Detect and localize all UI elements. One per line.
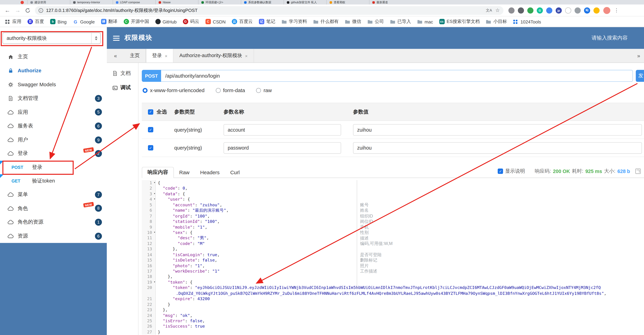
extension-icon[interactable]: 站 [584, 7, 590, 14]
content-tab[interactable]: 主页 [124, 49, 146, 62]
row-checkbox[interactable]: ✓ [148, 127, 153, 132]
line-number[interactable]: 21 [142, 296, 156, 302]
line-number[interactable]: 27 [142, 329, 156, 335]
nav-item-文档[interactable]: 文档 [107, 66, 138, 80]
fold-arrow-icon[interactable]: ▾ [154, 230, 155, 235]
browser-tab[interactable]: 建议使用 [27, 0, 70, 4]
fold-arrow-icon[interactable]: ▾ [154, 280, 155, 285]
bookmark-item[interactable]: 公司 [367, 18, 384, 25]
close-tab-icon[interactable]: × [165, 53, 168, 58]
extension-icon[interactable] [527, 7, 534, 14]
bookmark-item[interactable]: 学习资料 [282, 18, 307, 25]
fold-arrow-icon[interactable]: ▾ [154, 197, 155, 202]
line-number[interactable]: 2 [142, 186, 156, 191]
extension-icon[interactable] [574, 7, 581, 14]
browser-menu-icon[interactable]: ⋮ [614, 8, 619, 13]
site-info-icon[interactable]: i [39, 8, 43, 12]
line-number[interactable] [142, 290, 156, 296]
extension-icon[interactable] [546, 7, 552, 14]
bookmark-item[interactable]: bBing [50, 19, 66, 24]
fold-arrow-icon[interactable]: ▾ [154, 180, 155, 186]
module-select[interactable]: authority-权限模块 [2, 32, 101, 44]
extension-icon[interactable] [565, 7, 571, 14]
line-number[interactable]: 6 [142, 208, 156, 213]
line-number[interactable]: 22 [142, 302, 156, 307]
browser-tab[interactable]: LDAP compose [112, 0, 156, 4]
row-checkbox[interactable]: ✓ [148, 145, 153, 150]
line-number[interactable]: 14 [142, 252, 156, 257]
line-number[interactable]: 23 [142, 307, 156, 312]
browser-tab[interactable]: 查看期权 [326, 0, 369, 4]
nav-item-调试[interactable]: 调试 [107, 80, 138, 95]
line-number[interactable]: 12 [142, 241, 156, 246]
sidebar-item-文档管理[interactable]: 文档管理3 [0, 92, 107, 106]
line-number[interactable]: 7 [142, 213, 156, 219]
bookmark-item[interactable]: 百百度 [28, 18, 44, 25]
back-button[interactable]: ← [4, 8, 10, 13]
line-number[interactable]: 5 [142, 202, 156, 208]
send-button[interactable]: 发 [636, 70, 644, 82]
sidebar-item-资源[interactable]: 资源6 [0, 229, 107, 243]
line-number[interactable]: 11 [142, 235, 156, 241]
bookmark-star-icon[interactable]: ☆ [495, 8, 500, 13]
response-tab-Curl[interactable]: Curl [225, 167, 245, 178]
line-number[interactable]: 25 [142, 318, 156, 324]
sidebar-item-角色的资源[interactable]: 角色的资源1 [0, 215, 107, 229]
bookmark-item[interactable]: 应用 [5, 18, 22, 25]
bookmark-item[interactable]: CCSDN [206, 19, 226, 24]
bookmark-item[interactable]: 微信 [345, 18, 361, 25]
browser-tab[interactable]: temporary-Interior [70, 0, 112, 4]
translate-icon[interactable]: 文A [486, 8, 492, 13]
line-number[interactable]: 13 [142, 246, 156, 252]
body-type-option[interactable]: x-www-form-urlencoded [143, 88, 204, 93]
response-tab-响应内容[interactable]: 响应内容 [142, 167, 174, 178]
sidebar-item-服务表[interactable]: 服务表6 [0, 119, 107, 133]
sidebar-api-post-登录[interactable]: POST登录 [0, 160, 107, 174]
bookmark-item[interactable]: 小目标 [486, 18, 507, 25]
bookmark-item[interactable]: 已导入 [390, 18, 411, 25]
sidebar-item-应用[interactable]: 应用5 [0, 106, 107, 119]
sidebar-item-主页[interactable]: 主页 [0, 50, 107, 64]
param-value-input[interactable]: zuihou [353, 124, 642, 136]
param-value-input[interactable]: zuihou [353, 142, 642, 154]
line-number[interactable]: 10▾ [142, 230, 156, 235]
tabs-scroll-right-icon[interactable]: » [633, 49, 644, 62]
bookmark-item[interactable]: C开源中国 [124, 18, 149, 25]
profile-avatar[interactable] [603, 7, 610, 14]
param-name-input[interactable]: password [224, 142, 341, 154]
line-number[interactable]: 18 [142, 274, 156, 280]
line-number[interactable]: 4▾ [142, 197, 156, 202]
content-tab[interactable]: Authorize-authority-权限模块× [174, 49, 254, 62]
expand-icon[interactable] [636, 168, 641, 174]
response-tab-Raw[interactable]: Raw [174, 167, 195, 178]
forward-button[interactable]: → [15, 8, 20, 13]
response-tab-Headers[interactable]: Headers [195, 167, 225, 178]
fold-arrow-icon[interactable]: ▾ [154, 191, 155, 197]
bookmark-item[interactable]: 记笔记 [259, 18, 275, 25]
sidebar-item-用户[interactable]: 用户9 [0, 133, 107, 147]
radio-form-data[interactable] [216, 88, 220, 93]
reload-button[interactable] [25, 8, 30, 13]
radio-raw[interactable] [256, 88, 261, 93]
bookmark-item[interactable]: 云百度云 [232, 18, 253, 25]
browser-tab[interactable]: hbase [156, 0, 198, 4]
body-type-option[interactable]: raw [256, 88, 272, 93]
bookmark-item[interactable]: GGoogle [73, 19, 95, 24]
browser-tab[interactable]: 最新通道 [369, 0, 412, 4]
browser-tab[interactable]: github加密文件 私人 [284, 0, 326, 4]
bookmark-item[interactable]: ESES搜索引擎文档 [439, 18, 480, 25]
bookmark-item[interactable]: 什么都有 [313, 18, 339, 25]
line-number[interactable]: 19▾ [142, 280, 156, 285]
line-number[interactable]: 26 [142, 324, 156, 329]
sidebar-item-角色[interactable]: 角色NEW8 [0, 202, 107, 215]
line-number[interactable]: 24 [142, 312, 156, 318]
line-number[interactable]: 16 [142, 263, 156, 268]
tabs-scroll-left-icon[interactable]: « [107, 49, 124, 62]
extension-icon[interactable]: jp [556, 7, 562, 14]
line-number[interactable]: 15 [142, 257, 156, 263]
line-number[interactable]: 1▾ [142, 180, 156, 186]
bookmark-item[interactable]: GitHub [155, 19, 177, 24]
close-tab-icon[interactable]: × [245, 53, 248, 58]
line-number[interactable]: 20 [142, 285, 156, 290]
body-type-option[interactable]: form-data [216, 88, 245, 93]
